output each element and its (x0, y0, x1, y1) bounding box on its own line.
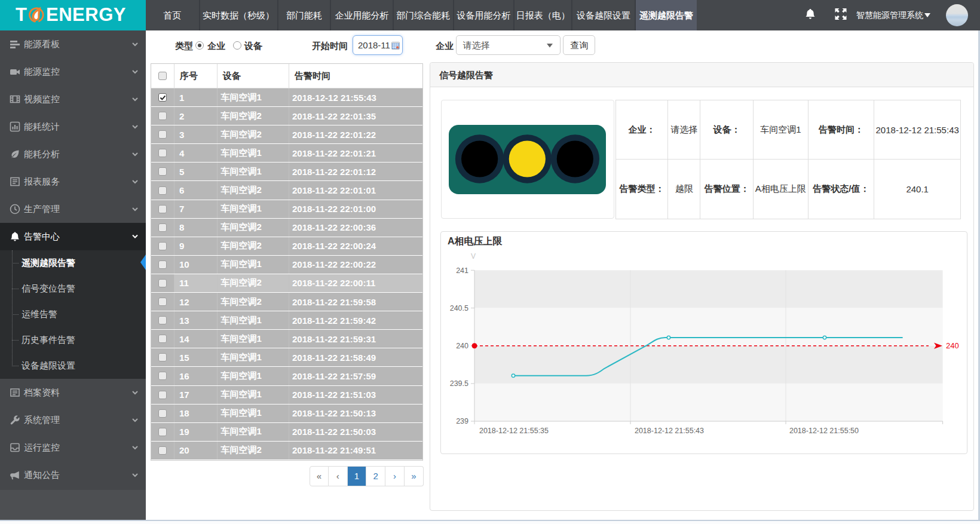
svg-text:240.5: 240.5 (450, 304, 468, 312)
svg-text:239.5: 239.5 (450, 379, 468, 388)
svg-text:2018-12-12 21:55:35: 2018-12-12 21:55:35 (479, 427, 549, 435)
svg-text:240: 240 (946, 341, 959, 350)
svg-text:240: 240 (456, 342, 468, 350)
svg-text:2018-12-12 21:55:43: 2018-12-12 21:55:43 (635, 427, 704, 435)
svg-text:V: V (471, 252, 476, 261)
svg-text:2018-12-12 21:55:50: 2018-12-12 21:55:50 (789, 427, 859, 435)
svg-text:241: 241 (456, 266, 468, 275)
svg-text:239: 239 (456, 417, 468, 425)
